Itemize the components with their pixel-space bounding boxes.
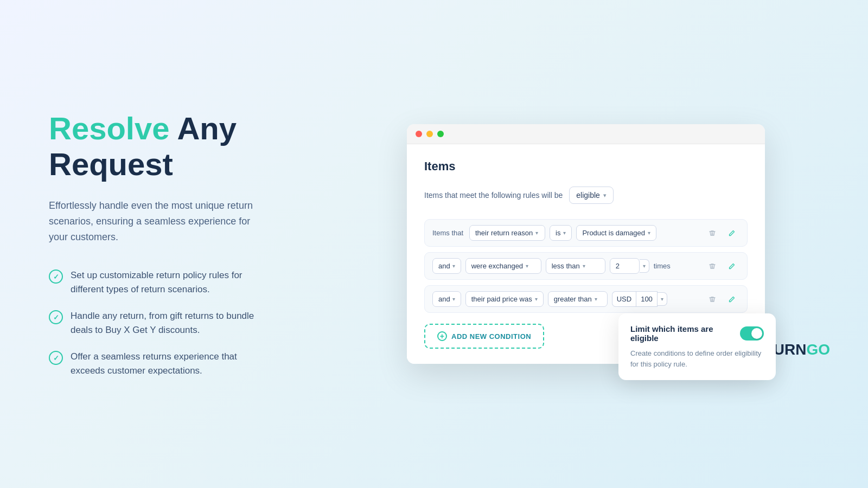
add-condition-label: ADD NEW CONDITION — [451, 332, 531, 341]
feature-text-2: Handle any return, from gift returns to … — [71, 309, 271, 337]
row3-amount-chevron-icon: ▾ — [658, 292, 667, 306]
eligible-dropdown[interactable]: eligible ▾ — [569, 187, 614, 204]
row3-field2-chevron-icon: ▾ — [595, 296, 597, 302]
row2-value-group: 2 ▾ — [610, 258, 649, 274]
tooltip-title: Limit which items are eligible — [630, 324, 740, 343]
row3-and-chevron-icon: ▾ — [452, 296, 455, 302]
check-icon-3 — [49, 351, 63, 365]
row1-edit-button[interactable] — [724, 226, 739, 241]
row1-label: Items that — [432, 229, 465, 237]
toggle-button[interactable] — [740, 326, 764, 341]
conditions-container: Items that their return reason ▾ is ▾ Pr… — [424, 219, 748, 313]
row2-field2-dropdown[interactable]: less than ▾ — [546, 258, 605, 274]
row2-actions — [705, 259, 739, 274]
row3-amount-input[interactable]: 100 — [636, 291, 658, 307]
browser-bar — [407, 124, 765, 144]
feature-item-1: Set up customizable return policy rules … — [49, 268, 271, 296]
hero-subtitle: Effortlessly handle even the most unique… — [49, 198, 271, 245]
feature-text-3: Offer a seamless returns experience that… — [71, 350, 271, 377]
row3-currency-dropdown[interactable]: USD — [612, 291, 636, 307]
feature-list: Set up customizable return policy rules … — [49, 268, 271, 377]
condition-row-3: and ▾ their paid price was ▾ greater tha… — [424, 285, 748, 313]
hero-title: Resolve AnyRequest — [49, 111, 271, 183]
left-panel: Resolve AnyRequest Effortlessly handle e… — [0, 78, 304, 410]
row1-field2-chevron-icon: ▾ — [563, 230, 566, 236]
row3-and-dropdown[interactable]: and ▾ — [432, 291, 461, 307]
add-condition-plus-icon: + — [437, 331, 447, 341]
row2-field3-value: 2 — [616, 262, 620, 270]
row1-actions — [705, 226, 739, 241]
feature-item-3: Offer a seamless returns experience that… — [49, 350, 271, 377]
check-icon-1 — [49, 269, 63, 284]
logo-go-text: GO — [806, 341, 830, 358]
row2-field2-chevron-icon: ▾ — [583, 263, 585, 269]
row3-field1-value: their paid price was — [471, 295, 532, 303]
row3-actions — [705, 292, 739, 307]
row3-field1-chevron-icon: ▾ — [535, 296, 538, 302]
condition-row-2: and ▾ were exchanged ▾ less than ▾ 2 — [424, 252, 748, 280]
window-minimize-dot[interactable] — [426, 131, 433, 137]
row1-field3-chevron-icon: ▾ — [648, 230, 650, 236]
row1-field1-chevron-icon: ▾ — [535, 230, 538, 236]
browser-window: Items Items that meet the following rule… — [407, 124, 765, 364]
eligible-value: eligible — [576, 191, 600, 200]
row3-label: and — [438, 295, 450, 303]
row2-field1-chevron-icon: ▾ — [526, 263, 528, 269]
panel-title: Items — [424, 159, 748, 174]
row3-amount-value: 100 — [641, 295, 653, 303]
row2-field3-chevron-icon: ▾ — [640, 259, 649, 273]
row1-field1-dropdown[interactable]: their return reason ▾ — [469, 225, 545, 241]
row1-field3-dropdown[interactable]: Product is damaged ▾ — [576, 225, 656, 241]
row1-field2-dropdown[interactable]: is ▾ — [550, 225, 572, 241]
row3-field2-value: greater than — [554, 295, 592, 303]
row2-delete-button[interactable] — [705, 259, 720, 274]
row2-field2-value: less than — [552, 262, 580, 270]
row1-delete-button[interactable] — [705, 226, 720, 241]
row2-and-dropdown[interactable]: and ▾ — [432, 258, 461, 274]
row2-edit-button[interactable] — [724, 259, 739, 274]
tooltip-description: Create conditions to define order eligib… — [630, 348, 764, 369]
row2-and-chevron-icon: ▾ — [452, 263, 455, 269]
right-panel: Items Items that meet the following rule… — [304, 102, 868, 386]
feature-text-1: Set up customizable return policy rules … — [71, 268, 271, 296]
row1-field3-value: Product is damaged — [582, 229, 645, 237]
feature-item-2: Handle any return, from gift returns to … — [49, 309, 271, 337]
row3-field2-dropdown[interactable]: greater than ▾ — [548, 291, 608, 307]
row2-field4-label: times — [654, 262, 671, 270]
check-icon-2 — [49, 310, 63, 324]
row2-field1-value: were exchanged — [471, 262, 523, 270]
row1-field1-value: their return reason — [475, 229, 533, 237]
hero-title-resolve: Resolve — [49, 111, 169, 146]
window-close-dot[interactable] — [416, 131, 422, 137]
row3-edit-button[interactable] — [724, 292, 739, 307]
row2-label: and — [438, 262, 450, 270]
row2-field1-dropdown[interactable]: were exchanged ▾ — [465, 258, 541, 274]
tooltip-header: Limit which items are eligible — [630, 324, 764, 343]
row1-field2-value: is — [556, 229, 560, 237]
row3-delete-button[interactable] — [705, 292, 720, 307]
row2-field3-input[interactable]: 2 — [610, 258, 640, 274]
tooltip-card: Limit which items are eligible Create co… — [618, 313, 776, 380]
eligible-chevron-icon: ▾ — [603, 192, 607, 199]
description-prefix: Items that meet the following rules will… — [424, 191, 563, 200]
items-description-row: Items that meet the following rules will… — [424, 187, 748, 204]
row3-field1-dropdown[interactable]: their paid price was ▾ — [465, 291, 544, 307]
add-condition-button[interactable]: + ADD NEW CONDITION — [424, 324, 544, 349]
condition-row-1: Items that their return reason ▾ is ▾ Pr… — [424, 219, 748, 247]
row3-value-group: USD 100 ▾ — [612, 291, 667, 307]
window-maximize-dot[interactable] — [437, 131, 444, 137]
row3-currency-value: USD — [617, 295, 631, 303]
